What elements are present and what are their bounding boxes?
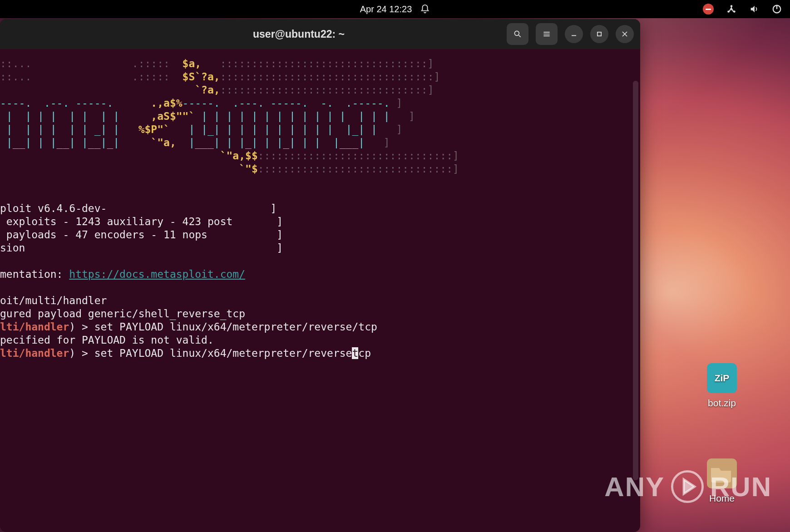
- topbar-datetime: Apr 24 12:23: [360, 4, 412, 15]
- desktop-icon-botzip[interactable]: ZiP bot.zip: [695, 363, 749, 409]
- menu-button[interactable]: [536, 23, 558, 45]
- play-icon: [669, 468, 706, 505]
- watermark-text-a: ANY: [604, 471, 665, 502]
- window-titlebar[interactable]: user@ubuntu22: ~: [0, 19, 640, 49]
- topbar-datetime-area[interactable]: Apr 24 12:23: [360, 4, 430, 15]
- window-controls: [507, 23, 634, 45]
- close-button[interactable]: [616, 25, 634, 43]
- minimize-icon: [569, 30, 578, 39]
- svg-rect-5: [597, 32, 601, 36]
- topbar-system-tray[interactable]: [703, 0, 782, 18]
- minimize-button[interactable]: [565, 25, 583, 43]
- terminal-content[interactable]: ::... .::::: $a, :::::::::::::::::::::::…: [0, 49, 640, 532]
- network-icon[interactable]: [726, 4, 736, 14]
- window-title: user@ubuntu22: ~: [0, 28, 507, 40]
- power-icon[interactable]: [772, 4, 782, 14]
- search-icon: [513, 30, 522, 39]
- svg-point-4: [514, 31, 519, 35]
- hamburger-icon: [542, 30, 551, 39]
- terminal-output: ::... .::::: $a, :::::::::::::::::::::::…: [0, 57, 640, 360]
- desktop-icon-label: bot.zip: [695, 398, 749, 409]
- bell-icon: [420, 4, 430, 14]
- search-button[interactable]: [507, 23, 528, 45]
- update-badge-icon[interactable]: [703, 4, 714, 15]
- maximize-icon: [595, 30, 604, 39]
- gnome-topbar: Apr 24 12:23: [0, 0, 790, 18]
- watermark: ANY RUN: [604, 468, 772, 505]
- terminal-cursor: t: [352, 347, 358, 359]
- terminal-scrollbar[interactable]: [633, 81, 638, 480]
- close-icon: [620, 30, 629, 39]
- terminal-window: user@ubuntu22: ~ ::... .::::: $a, ::::::…: [0, 19, 640, 532]
- watermark-text-b: RUN: [710, 471, 772, 502]
- archive-icon: ZiP: [707, 363, 737, 393]
- volume-icon[interactable]: [749, 4, 759, 14]
- maximize-button[interactable]: [590, 25, 608, 43]
